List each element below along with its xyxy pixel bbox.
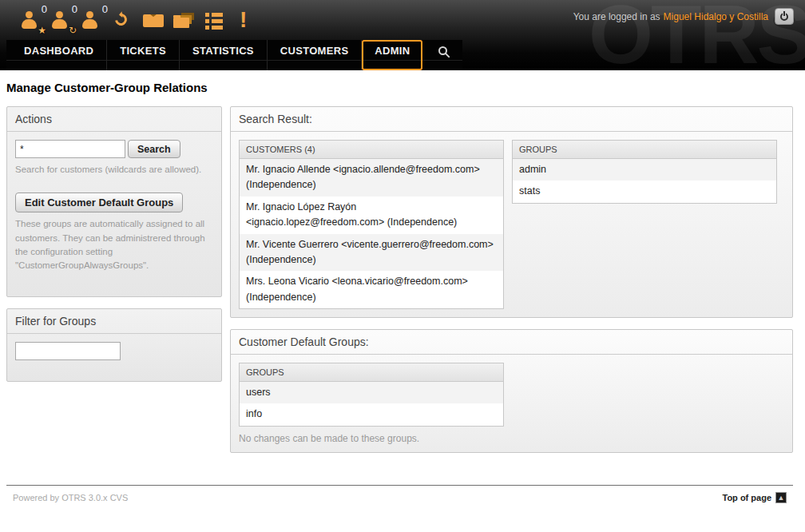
bulleted-list-icon <box>205 13 209 17</box>
table-row: Mrs. Leona Vicario <leona.vicario@freedo… <box>240 271 503 308</box>
table-row: users <box>240 382 503 403</box>
table-row: stats <box>513 181 776 202</box>
person-icon <box>82 11 98 30</box>
responsible-tickets-icon[interactable]: ↻ 0 <box>48 5 78 37</box>
default-groups-note: No changes can be made to these groups. <box>239 433 784 444</box>
locked-tickets-icon[interactable]: ★ 0 <box>18 5 48 37</box>
search-result-title: Search Result: <box>231 107 792 132</box>
search-result-widget: Search Result: CUSTOMERS (4) Mr. Ignacio… <box>230 106 793 318</box>
person-refresh-icon <box>52 11 68 30</box>
filter-widget: Filter for Groups <box>6 308 222 382</box>
table-row: admin <box>513 159 776 181</box>
envelope-icon <box>143 14 164 27</box>
filter-widget-title: Filter for Groups <box>7 309 221 334</box>
group-filter-input[interactable] <box>15 342 121 360</box>
session-info: You are logged in as Miguel Hidalgo y Co… <box>573 8 794 25</box>
default-groups-title: Customer Default Groups: <box>231 330 792 355</box>
default-group-cell: users <box>240 382 503 403</box>
power-icon <box>780 13 788 21</box>
nav-item-customers[interactable]: CUSTOMERS <box>268 40 363 70</box>
edit-customer-default-groups-button[interactable]: Edit Customer Default Groups <box>15 193 183 212</box>
default-groups-hint-text: These groups are automatically assigned … <box>15 217 213 272</box>
current-user-link[interactable]: Miguel Hidalgo y Costilla <box>664 11 768 22</box>
top-of-page-link[interactable]: Top of page ▲ <box>722 492 787 503</box>
default-groups-widget: Customer Default Groups: GROUPS users in… <box>230 329 793 453</box>
default-groups-table: GROUPS users info <box>239 363 504 427</box>
person-star-icon <box>22 11 38 30</box>
watched-tickets-icon[interactable]: 0 <box>78 5 109 37</box>
page-footer: Powered by OTRS 3.0.x CVS Top of page ▲ <box>6 485 793 503</box>
watched-tickets-count: 0 <box>102 4 108 14</box>
nav-search-button[interactable] <box>422 40 462 70</box>
customer-link[interactable]: Mr. Vicente Guerrero <vicente.guerrero@f… <box>240 234 503 272</box>
nav-item-statistics[interactable]: STATISTICS <box>180 40 268 70</box>
login-prefix-label: You are logged in as <box>573 11 660 22</box>
exclamation-icon: ! <box>240 7 247 33</box>
escalation-view-icon[interactable]: ! <box>230 5 260 37</box>
nav-item-admin[interactable]: ADMIN <box>362 40 422 70</box>
default-group-cell: info <box>240 403 503 425</box>
table-row: Mr. Ignacio Allende <ignacio.allende@fre… <box>240 159 503 197</box>
refresh-adorn-icon: ↻ <box>69 26 77 35</box>
customer-search-input[interactable] <box>15 140 125 158</box>
page-content: Manage Customer-Group Relations Actions … <box>0 81 805 503</box>
actions-widget-title: Actions <box>7 107 221 132</box>
customers-table: CUSTOMERS (4) Mr. Ignacio Allende <ignac… <box>239 140 504 309</box>
customers-table-header: CUSTOMERS (4) <box>240 141 503 159</box>
customer-link[interactable]: Mr. Ignacio López Rayón <ignacio.lopez@f… <box>240 197 503 234</box>
search-icon <box>438 46 447 55</box>
queue-view-icon[interactable] <box>169 5 200 37</box>
table-row: Mr. Vicente Guerrero <vicente.guerrero@f… <box>240 234 503 272</box>
logout-button[interactable] <box>775 8 794 25</box>
circular-arrow-icon <box>113 11 129 28</box>
search-button[interactable]: Search <box>128 140 180 158</box>
folder-stack-icon <box>173 18 189 28</box>
powered-by-label: Powered by OTRS 3.0.x CVS <box>13 493 128 502</box>
main-navigation: DASHBOARD TICKETS STATISTICS CUSTOMERS A… <box>6 40 462 70</box>
star-adorn-icon: ★ <box>38 26 46 35</box>
table-row: Mr. Ignacio López Rayón <ignacio.lopez@f… <box>240 197 503 234</box>
group-link[interactable]: admin <box>513 159 776 181</box>
default-groups-table-header: GROUPS <box>240 363 503 382</box>
overview-list-icon[interactable] <box>200 5 230 37</box>
responsible-tickets-count: 0 <box>72 4 77 14</box>
customer-link[interactable]: Mrs. Leona Vicario <leona.vicario@freedo… <box>240 271 503 308</box>
main-panel: Search Result: CUSTOMERS (4) Mr. Ignacio… <box>230 106 793 464</box>
customer-link[interactable]: Mr. Ignacio Allende <ignacio.allende@fre… <box>240 159 503 197</box>
actions-widget: Actions Search Search for customers (wil… <box>6 106 222 297</box>
sidebar: Actions Search Search for customers (wil… <box>6 106 222 393</box>
app-header: OTRS ★ 0 ↻ 0 0 ! You <box>0 0 805 70</box>
arrow-up-icon: ▲ <box>775 492 787 503</box>
locked-tickets-count: 0 <box>42 4 47 14</box>
group-link[interactable]: stats <box>513 181 776 202</box>
page-title: Manage Customer-Group Relations <box>6 81 793 94</box>
ticket-toolbar: ★ 0 ↻ 0 0 ! <box>18 5 260 37</box>
nav-item-dashboard[interactable]: DASHBOARD <box>11 40 107 70</box>
nav-item-tickets[interactable]: TICKETS <box>107 40 180 70</box>
top-of-page-label: Top of page <box>722 493 771 502</box>
table-row: info <box>240 403 503 425</box>
groups-table: GROUPS admin stats <box>512 140 777 204</box>
new-email-ticket-icon[interactable] <box>139 5 169 37</box>
search-hint-text: Search for customers (wildcards are allo… <box>15 163 213 177</box>
new-phone-ticket-icon[interactable] <box>109 5 139 37</box>
groups-table-header: GROUPS <box>513 141 776 159</box>
